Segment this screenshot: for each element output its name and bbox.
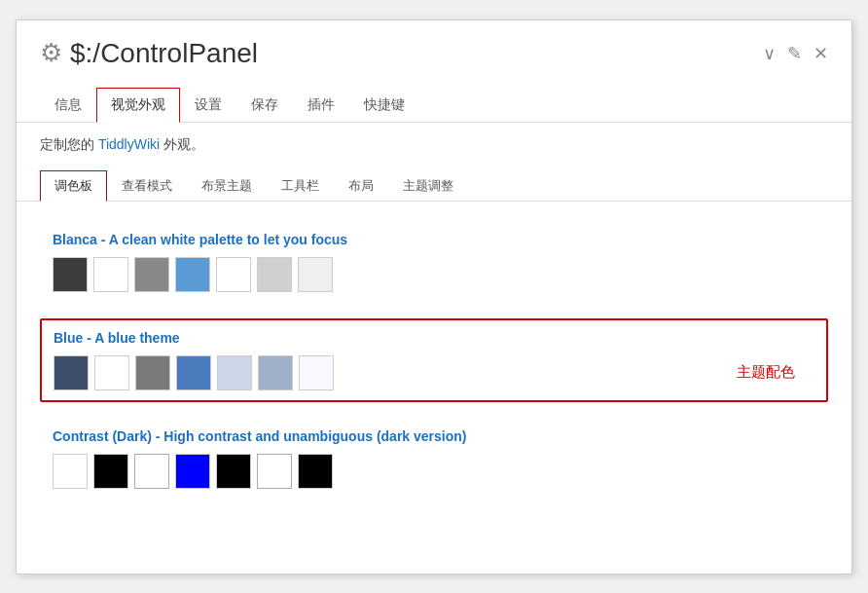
blanca-swatch-4[interactable] [175, 257, 210, 292]
palette-blanca-colors [53, 257, 815, 292]
close-button[interactable]: ✕ [814, 45, 828, 62]
palette-contrast-title: Contrast (Dark) - High contrast and unam… [53, 428, 815, 444]
blanca-swatch-3[interactable] [134, 257, 169, 292]
palette-contrast: Contrast (Dark) - High contrast and unam… [40, 418, 828, 500]
description: 定制您的 TiddlyWiki 外观。 [17, 123, 851, 164]
sub-tab-theme[interactable]: 布景主题 [187, 170, 267, 201]
blue-swatch-7[interactable] [299, 355, 334, 390]
collapse-button[interactable]: ∨ [763, 45, 776, 62]
palette-blanca: Blanca - A clean white palette to let yo… [40, 221, 828, 303]
contrast-swatch-1[interactable] [53, 454, 88, 489]
palette-blanca-title: Blanca - A clean white palette to let yo… [53, 232, 815, 247]
tab-appearance[interactable]: 视觉外观 [96, 88, 180, 123]
sub-tab-theme-tweaks[interactable]: 主题调整 [388, 170, 468, 201]
sub-tab-palette[interactable]: 调色板 [40, 170, 107, 202]
palette-blue-title: Blue - A blue theme [54, 330, 814, 346]
blue-swatch-5[interactable] [217, 355, 252, 390]
contrast-swatch-7[interactable] [298, 454, 333, 489]
blanca-swatch-5[interactable] [216, 257, 251, 292]
main-tabs: 信息 视觉外观 设置 保存 插件 快捷键 [17, 87, 851, 123]
tiddlywiki-link[interactable]: TiddlyWiki [98, 136, 160, 152]
description-suffix: 外观。 [160, 136, 204, 152]
title-bar-right: ∨ ✎ ✕ [763, 45, 828, 62]
blue-swatch-6[interactable] [258, 355, 293, 390]
content-area: Blanca - A clean white palette to let yo… [17, 202, 851, 535]
sub-tab-viewmode[interactable]: 查看模式 [107, 170, 187, 201]
contrast-swatch-2[interactable] [93, 454, 128, 489]
gear-icon: ⚙ [40, 38, 62, 68]
blanca-swatch-2[interactable] [93, 257, 128, 292]
sub-tab-layout[interactable]: 布局 [334, 170, 388, 201]
blanca-swatch-7[interactable] [298, 257, 333, 292]
edit-button[interactable]: ✎ [787, 45, 802, 62]
blue-swatch-1[interactable] [54, 355, 89, 390]
blue-swatch-3[interactable] [135, 355, 170, 390]
tab-plugins[interactable]: 插件 [293, 88, 349, 122]
blanca-swatch-6[interactable] [257, 257, 292, 292]
contrast-swatch-5[interactable] [216, 454, 251, 489]
palette-blue-colors: 主题配色 [54, 355, 814, 390]
blue-theme-label: 主题配色 [737, 363, 814, 382]
window-title: $:/ControlPanel [70, 38, 258, 69]
tab-settings[interactable]: 设置 [180, 88, 236, 122]
blue-swatch-2[interactable] [94, 355, 129, 390]
description-prefix: 定制您的 [40, 136, 98, 152]
sub-tabs: 调色板 查看模式 布景主题 工具栏 布局 主题调整 [17, 164, 851, 202]
control-panel-window: ⚙ $:/ControlPanel ∨ ✎ ✕ 信息 视觉外观 设置 保存 插件… [16, 19, 852, 574]
palette-contrast-colors [53, 454, 815, 489]
blanca-swatch-1[interactable] [53, 257, 88, 292]
tab-save[interactable]: 保存 [236, 88, 293, 122]
blue-swatch-4[interactable] [176, 355, 211, 390]
sub-tab-toolbar[interactable]: 工具栏 [267, 170, 334, 201]
contrast-swatch-6[interactable] [257, 454, 292, 489]
title-bar-left: ⚙ $:/ControlPanel [40, 38, 763, 69]
tab-shortcuts[interactable]: 快捷键 [349, 88, 419, 122]
contrast-swatch-4[interactable] [175, 454, 210, 489]
title-bar: ⚙ $:/ControlPanel ∨ ✎ ✕ [17, 20, 851, 79]
palette-blue: Blue - A blue theme 主题配色 [40, 318, 828, 402]
tab-info[interactable]: 信息 [40, 88, 96, 122]
contrast-swatch-3[interactable] [134, 454, 169, 489]
